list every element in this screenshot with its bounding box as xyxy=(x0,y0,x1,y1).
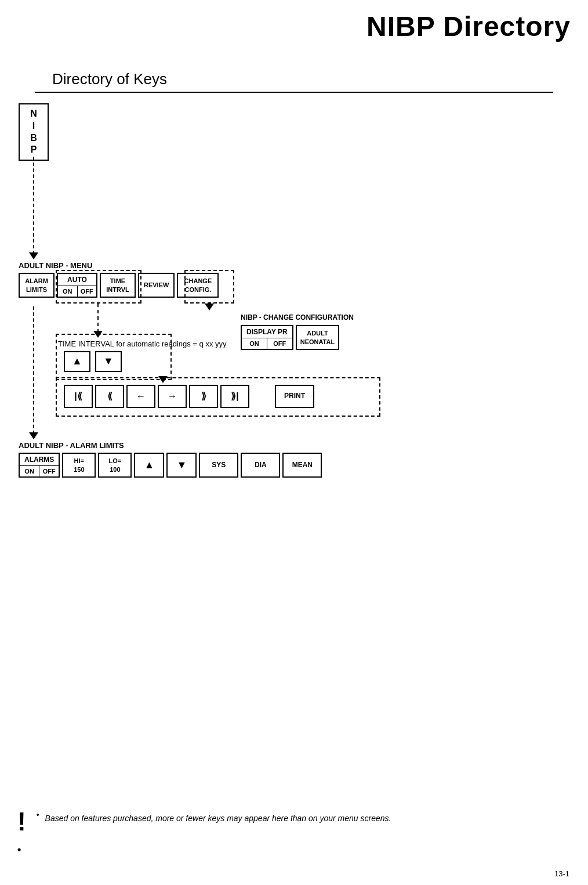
fast-forward-key[interactable]: ⟫ xyxy=(189,385,218,408)
lo-key[interactable]: LO=100 xyxy=(98,453,132,478)
footer-text: Based on features purchased, more or few… xyxy=(45,810,391,823)
exclamation-icon: ! • xyxy=(17,810,26,856)
footer-note-area: ! • • Based on features purchased, more … xyxy=(17,808,571,856)
menu-to-alarm-line xyxy=(33,306,34,434)
alarms-key[interactable]: ALARMS ON OFF xyxy=(19,453,60,478)
nibp-box: NIBP xyxy=(19,103,49,161)
alarm-limits-key[interactable]: ALARMLIMITS xyxy=(19,273,55,298)
display-pr-label: DISPLAY PR xyxy=(242,326,292,338)
diagram-area: NIBP ADULT NIBP - MENU ALARMLIMITS AUTO … xyxy=(0,93,588,487)
value-up-key[interactable]: ▲ xyxy=(134,453,164,478)
back-key[interactable]: ← xyxy=(126,385,155,408)
auto-time-dashed-box xyxy=(56,270,141,304)
print-key[interactable]: PRINT xyxy=(275,385,314,408)
adult-neonatal-key[interactable]: ADULTNEONATAL xyxy=(296,325,339,350)
page-title: NIBP Directory xyxy=(0,0,588,42)
forward-key[interactable]: → xyxy=(158,385,187,408)
hi-key[interactable]: HI=150 xyxy=(62,453,96,478)
time-interval-dashed-box xyxy=(56,334,172,380)
first-page-key[interactable]: |⟪ xyxy=(64,385,93,408)
nibp-to-menu-arrow xyxy=(29,252,38,259)
change-config-dashed-box xyxy=(184,270,234,304)
to-nav-keys-arrow xyxy=(158,376,168,383)
display-pr-key[interactable]: DISPLAY PR ON OFF xyxy=(241,325,293,350)
to-alarm-limits-arrow xyxy=(29,432,38,439)
sys-key[interactable]: SYS xyxy=(199,453,238,478)
section-title: Directory of Keys xyxy=(35,53,553,93)
alarms-off[interactable]: OFF xyxy=(39,466,59,476)
change-config-arrow xyxy=(205,304,214,310)
dia-key[interactable]: DIA xyxy=(241,453,280,478)
fast-back-key[interactable]: ⟪ xyxy=(95,385,124,408)
menu-label: ADULT NIBP - MENU xyxy=(19,261,92,270)
alarm-limits-label: ADULT NIBP - ALARM LIMITS xyxy=(19,441,124,450)
last-page-key[interactable]: ⟫| xyxy=(220,385,249,408)
pr-on[interactable]: ON xyxy=(242,338,267,349)
auto-time-to-interval-line xyxy=(97,304,99,333)
value-down-key[interactable]: ▼ xyxy=(166,453,197,478)
change-config-section-label: NIBP - CHANGE CONFIGURATION xyxy=(241,313,354,322)
page-number: 13-1 xyxy=(554,869,569,878)
bullet-point: • xyxy=(37,810,39,819)
alarms-on[interactable]: ON xyxy=(20,466,39,476)
nibp-to-menu-line xyxy=(33,157,34,254)
review-key[interactable]: REVIEW xyxy=(138,273,175,298)
alarms-label: ALARMS xyxy=(20,454,59,466)
pr-off[interactable]: OFF xyxy=(267,338,292,349)
mean-key[interactable]: MEAN xyxy=(282,453,322,478)
